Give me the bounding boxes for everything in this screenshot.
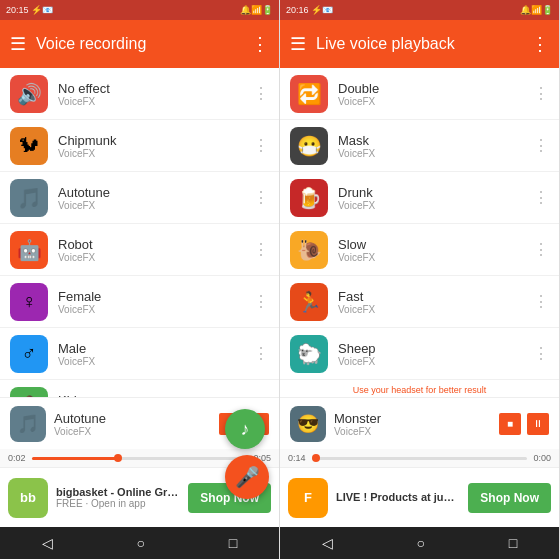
item-name-robot: Robot: [58, 237, 253, 252]
item-name-male: Male: [58, 341, 253, 356]
status-left: 20:15 ⚡📧: [6, 5, 53, 15]
list-item-right-fast[interactable]: 🏃 Fast VoiceFX ⋮: [280, 276, 559, 328]
item-text-female: Female VoiceFX: [58, 289, 253, 315]
headphone-warning: Use your headset for better result: [280, 383, 559, 397]
right-notification-icons: ⚡📧: [311, 5, 333, 15]
list-item-female[interactable]: ♀ Female VoiceFX ⋮: [0, 276, 279, 328]
list-item-right-drunk[interactable]: 🍺 Drunk VoiceFX ⋮: [280, 172, 559, 224]
list-item-right-slow[interactable]: 🐌 Slow VoiceFX ⋮: [280, 224, 559, 276]
right-system-icons: 🔔📶🔋: [520, 5, 553, 15]
player-text-right: Monster VoiceFX: [334, 411, 491, 437]
right-player-bar: 😎 Monster VoiceFX: [280, 397, 559, 449]
item-text-right-slow: Slow VoiceFX: [338, 237, 533, 263]
item-more-noeffect[interactable]: ⋮: [253, 84, 269, 103]
home-button-left[interactable]: ○: [117, 531, 165, 555]
right-panel: 20:16 ⚡📧 🔔📶🔋 ☰ Live voice playback ⋮ 🔁 D…: [280, 0, 560, 559]
item-name-right-double: Double: [338, 81, 533, 96]
item-more-right-mask[interactable]: ⋮: [533, 136, 549, 155]
list-item-chipmunk[interactable]: 🐿 Chipmunk VoiceFX ⋮: [0, 120, 279, 172]
player-icon-left: 🎵: [10, 406, 46, 442]
progress-right: 0:14 0:00: [280, 449, 559, 467]
right-shop-now-button[interactable]: Shop Now: [468, 483, 551, 513]
player-text-left: Autotune VoiceFX: [54, 411, 211, 437]
list-item-autotune[interactable]: 🎵 Autotune VoiceFX ⋮: [0, 172, 279, 224]
item-sub-right-double: VoiceFX: [338, 96, 533, 107]
right-app-bar: ☰ Live voice playback ⋮: [280, 20, 559, 68]
left-app-title: Voice recording: [36, 35, 241, 53]
item-text-right-fast: Fast VoiceFX: [338, 289, 533, 315]
item-icon-chipmunk: 🐿: [10, 127, 48, 165]
right-status-bar: 20:16 ⚡📧 🔔📶🔋: [280, 0, 559, 20]
back-button-right[interactable]: ◁: [302, 531, 353, 555]
item-more-female[interactable]: ⋮: [253, 292, 269, 311]
item-more-right-drunk[interactable]: ⋮: [533, 188, 549, 207]
progress-bar-left[interactable]: [32, 457, 248, 460]
hamburger-icon[interactable]: ☰: [10, 33, 26, 55]
item-icon-right-fast: 🏃: [290, 283, 328, 321]
item-icon-male: ♂: [10, 335, 48, 373]
item-icon-right-double: 🔁: [290, 75, 328, 113]
left-status-bar: 20:15 ⚡📧 🔔📶🔋: [0, 0, 279, 20]
fab-container: ♪ 🎤: [225, 409, 269, 499]
item-more-autotune[interactable]: ⋮: [253, 188, 269, 207]
more-icon-right[interactable]: ⋮: [531, 33, 549, 55]
item-icon-right-sheep: 🐑: [290, 335, 328, 373]
item-text-right-mask: Mask VoiceFX: [338, 133, 533, 159]
progress-fill-left: [32, 457, 118, 460]
pause-button-right[interactable]: [527, 413, 549, 435]
item-text-autotune: Autotune VoiceFX: [58, 185, 253, 211]
item-name-female: Female: [58, 289, 253, 304]
hamburger-icon-right[interactable]: ☰: [290, 33, 306, 55]
back-button-left[interactable]: ◁: [22, 531, 73, 555]
item-more-right-double[interactable]: ⋮: [533, 84, 549, 103]
item-text-right-double: Double VoiceFX: [338, 81, 533, 107]
home-button-right[interactable]: ○: [397, 531, 445, 555]
left-ad-logo: bb: [8, 478, 48, 518]
right-ad-logo: F: [288, 478, 328, 518]
right-ad-text: LIVE ! Products at just ₹1, 20-22nd Jan.…: [336, 491, 460, 504]
right-ad-title: LIVE ! Products at just ₹1, 20-22nd Jan.…: [336, 491, 460, 504]
item-sub-right-slow: VoiceFX: [338, 252, 533, 263]
item-icon-right-slow: 🐌: [290, 231, 328, 269]
item-more-robot[interactable]: ⋮: [253, 240, 269, 259]
left-nav-bar: ◁ ○ □: [0, 527, 279, 559]
list-item-right-sheep[interactable]: 🐑 Sheep VoiceFX ⋮: [280, 328, 559, 380]
system-icons: 🔔📶🔋: [240, 5, 273, 15]
item-icon-right-drunk: 🍺: [290, 179, 328, 217]
item-sub-right-fast: VoiceFX: [338, 304, 533, 315]
progress-dot-right: [312, 454, 320, 462]
item-more-right-slow[interactable]: ⋮: [533, 240, 549, 259]
item-more-male[interactable]: ⋮: [253, 344, 269, 363]
list-item-robot[interactable]: 🤖 Robot VoiceFX ⋮: [0, 224, 279, 276]
list-item-right-mask[interactable]: 😷 Mask VoiceFX ⋮: [280, 120, 559, 172]
right-status-right: 🔔📶🔋: [520, 5, 553, 15]
list-item-kid[interactable]: 👶 Kid VoiceFX ⋮: [0, 380, 279, 397]
recents-button-right[interactable]: □: [489, 531, 537, 555]
item-sub-chipmunk: VoiceFX: [58, 148, 253, 159]
fab-mic-button[interactable]: 🎤: [225, 455, 269, 499]
item-name-chipmunk: Chipmunk: [58, 133, 253, 148]
player-name-left: Autotune: [54, 411, 211, 426]
player-icon-right: 😎: [290, 406, 326, 442]
list-item-noeffect[interactable]: 🔊 No effect VoiceFX ⋮: [0, 68, 279, 120]
item-more-right-fast[interactable]: ⋮: [533, 292, 549, 311]
item-more-right-sheep[interactable]: ⋮: [533, 344, 549, 363]
progress-current-right: 0:14: [288, 453, 306, 463]
item-sub-autotune: VoiceFX: [58, 200, 253, 211]
player-sub-left: VoiceFX: [54, 426, 211, 437]
left-ad-text: bigbasket - Online Grocery... FREE · Ope…: [56, 486, 180, 509]
progress-bar-right[interactable]: [312, 457, 528, 460]
time-left: 20:15: [6, 5, 29, 15]
list-item-right-double[interactable]: 🔁 Double VoiceFX ⋮: [280, 68, 559, 120]
right-nav-bar: ◁ ○ □: [280, 527, 559, 559]
item-icon-female: ♀: [10, 283, 48, 321]
recents-button-left[interactable]: □: [209, 531, 257, 555]
fab-music-button[interactable]: ♪: [225, 409, 265, 449]
player-name-right: Monster: [334, 411, 491, 426]
list-item-male[interactable]: ♂ Male VoiceFX ⋮: [0, 328, 279, 380]
item-more-chipmunk[interactable]: ⋮: [253, 136, 269, 155]
stop-button-right[interactable]: [499, 413, 521, 435]
more-icon-left[interactable]: ⋮: [251, 33, 269, 55]
item-sub-robot: VoiceFX: [58, 252, 253, 263]
item-sub-female: VoiceFX: [58, 304, 253, 315]
